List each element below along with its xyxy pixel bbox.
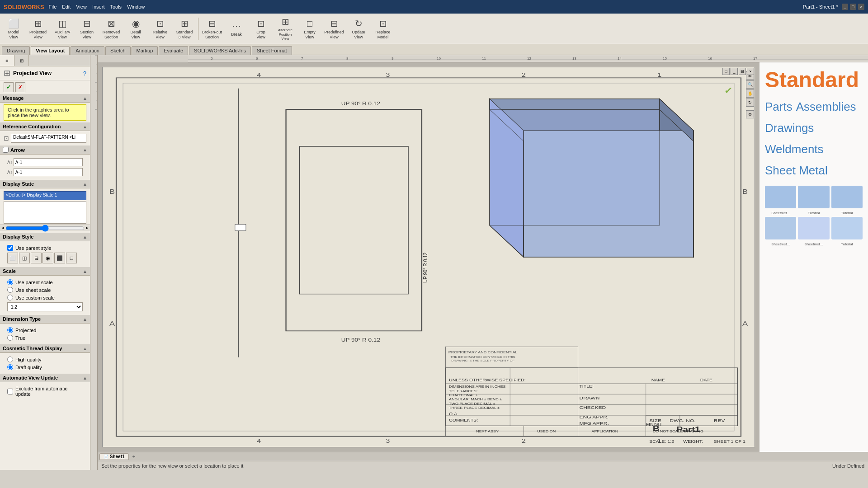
toolbar-empty[interactable]: □ EmptyView: [298, 15, 321, 43]
menu-view[interactable]: View: [76, 4, 87, 9]
scale-custom-radio[interactable]: [7, 295, 13, 300]
arrow-line1-input[interactable]: [14, 158, 83, 166]
arrow-line2-input[interactable]: [14, 168, 83, 176]
toolbar-projected-view[interactable]: ⊞ ProjectedView: [26, 15, 50, 43]
display-state-collapse[interactable]: ▲: [83, 182, 87, 187]
rp-assemblies[interactable]: Assemblies: [796, 100, 856, 114]
thumb-4[interactable]: [765, 217, 796, 239]
dim-type-header[interactable]: Dimension Type ▲: [0, 315, 90, 324]
ok-button[interactable]: ✓: [4, 82, 14, 92]
toolbar-replace-model[interactable]: ⊡ ReplaceModel: [371, 15, 395, 43]
arrow-section-header[interactable]: Arrow ▲: [0, 145, 90, 155]
panel-tab-properties[interactable]: ≡: [0, 55, 14, 66]
thumb-3[interactable]: [831, 186, 863, 208]
thumb-1[interactable]: [765, 186, 796, 208]
arrow-checkbox[interactable]: [3, 147, 9, 153]
sheet-add-button[interactable]: +: [130, 453, 138, 460]
scale-section-header[interactable]: Scale ▲: [0, 267, 90, 276]
ds-draft-icon[interactable]: □: [66, 253, 77, 263]
drawing-area[interactable]: 4 3 2 1 4 3 2 1 B A B A: [98, 62, 760, 452]
tab-sw-addins[interactable]: SOLIDWORKS Add-Ins: [189, 46, 251, 55]
ds-hidden2-icon[interactable]: ⊟: [31, 253, 42, 263]
ds-hidden-icon[interactable]: ◫: [19, 253, 30, 263]
tab-markup[interactable]: Markup: [132, 46, 158, 55]
toolbar-alternate[interactable]: ⊞ AlternatePositionView: [274, 15, 297, 43]
ref-config-dropdown[interactable]: DefaultSM-FLAT-PATTERN <Li: [11, 134, 86, 143]
zoom-icon[interactable]: 🔍: [746, 80, 754, 89]
ref-config-header[interactable]: Reference Configuration ▲: [0, 122, 90, 131]
scroll-slider[interactable]: [5, 226, 85, 230]
scroll-right-icon[interactable]: ►: [85, 226, 90, 230]
toolbar-relative-view[interactable]: ⊡ RelativeView: [148, 15, 172, 43]
menu-window[interactable]: Window: [127, 4, 145, 9]
maximize-button[interactable]: □: [850, 4, 856, 10]
toolbar-update[interactable]: ↻ UpdateView: [347, 15, 370, 43]
toolbar-predefined[interactable]: ⊟ PredefinedView: [322, 15, 346, 43]
thumb-5[interactable]: [798, 217, 829, 239]
tab-drawing[interactable]: Drawing: [2, 46, 30, 55]
dim-projected-radio[interactable]: [7, 327, 13, 333]
exclude-auto-update-checkbox[interactable]: [7, 389, 13, 394]
minimize-button[interactable]: _: [842, 4, 848, 10]
rp-sheet-metal[interactable]: Sheet Metal: [765, 164, 828, 178]
canvas-max-icon[interactable]: ⊟: [739, 68, 746, 75]
scale-collapse[interactable]: ▲: [83, 269, 87, 274]
pan-icon[interactable]: ✋: [746, 89, 754, 98]
display-style-header[interactable]: Display Style ▲: [0, 233, 90, 241]
display-state-scroll[interactable]: [4, 201, 86, 224]
drawing-canvas[interactable]: 4 3 2 1 4 3 2 1 B A B A: [102, 67, 755, 447]
cancel-button[interactable]: ✗: [15, 82, 25, 92]
high-quality-radio[interactable]: [7, 357, 13, 362]
ds-wireframe-icon[interactable]: ⬜: [7, 253, 18, 263]
toolbar-break[interactable]: ⋯ Break: [225, 15, 248, 43]
cosmetic-thread-header[interactable]: Cosmetic Thread Display ▲: [0, 344, 90, 353]
tab-sheet-format[interactable]: Sheet Format: [252, 46, 292, 55]
ds-shaded-edges-icon[interactable]: ◉: [42, 253, 53, 263]
restore-icon[interactable]: □: [722, 68, 730, 75]
toolbar-standard-3view[interactable]: ⊞ Standard3 View: [173, 15, 196, 43]
menu-tools[interactable]: Tools: [110, 4, 122, 9]
use-parent-style-checkbox[interactable]: [7, 245, 13, 251]
menu-edit[interactable]: Edit: [62, 4, 71, 9]
sheet-tab-1[interactable]: 📄 Sheet1: [99, 453, 129, 460]
menu-file[interactable]: File: [49, 4, 57, 9]
thumb-2[interactable]: [798, 186, 829, 208]
close-button[interactable]: ×: [858, 4, 864, 10]
toolbar-section-view[interactable]: ⊟ SectionView: [75, 15, 99, 43]
panel-tab-tree[interactable]: ⊞: [14, 55, 29, 66]
scale-custom-dropdown[interactable]: 1:2 1:1 2:1: [7, 302, 83, 311]
dim-true-radio[interactable]: [7, 335, 13, 341]
display-style-collapse[interactable]: ▲: [83, 235, 87, 239]
rp-weldments[interactable]: Weldments: [765, 142, 824, 156]
thumb-6[interactable]: [831, 217, 863, 239]
toolbar-crop-view[interactable]: ⊡ CropView: [249, 15, 273, 43]
draft-quality-radio[interactable]: [7, 364, 13, 370]
dim-type-collapse[interactable]: ▲: [83, 317, 87, 322]
canvas-min-icon[interactable]: _: [731, 68, 738, 75]
ref-config-collapse[interactable]: ▲: [83, 124, 87, 129]
scroll-left-icon[interactable]: ◄: [0, 226, 5, 230]
tab-sketch[interactable]: Sketch: [105, 46, 131, 55]
ds-shaded-icon[interactable]: ⬛: [54, 253, 65, 263]
arrow-collapse[interactable]: ▲: [83, 147, 87, 152]
auto-update-header[interactable]: Automatic View Update ▲: [0, 374, 90, 382]
toolbar-model-view[interactable]: ⬜ ModelView: [2, 15, 25, 43]
tab-view-layout[interactable]: View Layout: [31, 46, 70, 55]
toolbar-auxiliary-view[interactable]: ◫ AuxiliaryView: [51, 15, 74, 43]
rotate-icon[interactable]: ↻: [746, 99, 754, 107]
settings-icon[interactable]: ⚙: [746, 110, 754, 118]
tab-annotation[interactable]: Annotation: [71, 46, 104, 55]
toolbar-detail-view[interactable]: ◉ DetailView: [124, 15, 147, 43]
toolbar-broken-out[interactable]: ⊟ Broken-outSection: [200, 15, 224, 43]
tab-evaluate[interactable]: Evaluate: [159, 46, 188, 55]
scale-parent-radio[interactable]: [7, 279, 13, 285]
message-collapse[interactable]: ▲: [83, 96, 87, 101]
help-icon[interactable]: ?: [83, 70, 86, 77]
display-state-header[interactable]: Display State ▲: [0, 180, 90, 188]
message-section-header[interactable]: Message ▲: [0, 94, 90, 103]
rp-parts[interactable]: Parts: [765, 100, 793, 114]
scale-sheet-radio[interactable]: [7, 287, 13, 293]
canvas-close-icon[interactable]: ×: [747, 68, 754, 75]
cosmetic-thread-collapse[interactable]: ▲: [83, 346, 87, 351]
rp-drawings[interactable]: Drawings: [765, 121, 814, 135]
